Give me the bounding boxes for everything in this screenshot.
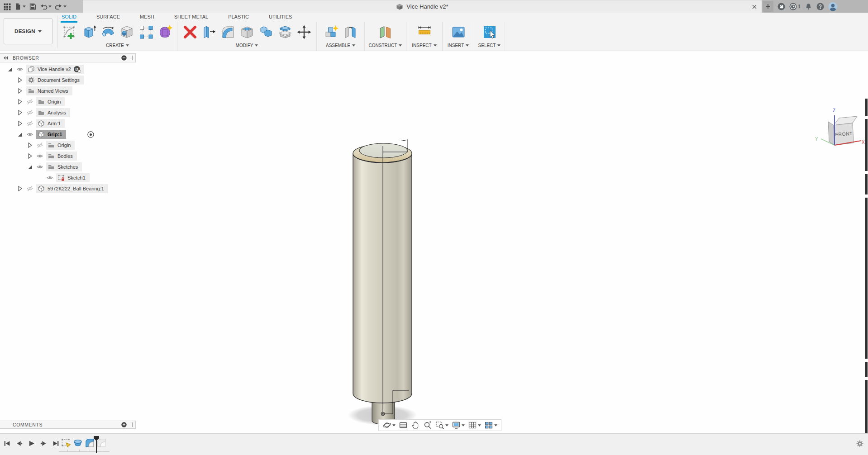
job-status-button[interactable]: 1 <box>789 3 801 10</box>
visibility-eye-icon[interactable] <box>26 131 33 138</box>
tab-utilities[interactable]: UTILITIES <box>268 13 293 23</box>
panel-grip-handle[interactable] <box>131 56 133 60</box>
measure-button[interactable] <box>415 22 434 42</box>
tree-item-sketches[interactable]: Sketches <box>46 162 82 171</box>
select-button[interactable] <box>480 22 499 42</box>
joint-button[interactable] <box>341 22 360 42</box>
modify-menu[interactable]: MODIFY <box>236 43 258 48</box>
new-component-button[interactable] <box>322 22 341 42</box>
orbit-button[interactable] <box>381 421 397 430</box>
new-tab-button[interactable] <box>763 1 773 12</box>
expand-node-icon[interactable] <box>16 76 24 84</box>
visibility-eye-icon[interactable] <box>36 163 43 171</box>
collapse-node-icon[interactable] <box>16 131 24 138</box>
display-settings-button[interactable] <box>450 421 466 430</box>
tree-item-arm-1[interactable]: Arm:1 <box>36 119 65 128</box>
assemble-menu[interactable]: ASSEMBLE <box>326 43 355 48</box>
model-body[interactable] <box>353 153 412 403</box>
tab-sheet-metal[interactable]: SHEET METAL <box>173 13 209 23</box>
construction-plane-button[interactable] <box>376 22 395 42</box>
skip-start-button[interactable] <box>3 439 11 447</box>
construct-menu[interactable]: CONSTRUCT <box>369 43 402 48</box>
data-panel-badge[interactable]: D <box>74 66 80 72</box>
workspace-switcher[interactable]: DESIGN <box>4 18 52 44</box>
look-at-button[interactable] <box>397 421 409 430</box>
create-sketch-button[interactable] <box>61 22 80 42</box>
collapse-node-icon[interactable] <box>6 66 14 73</box>
collapse-panel-icon[interactable] <box>3 55 9 61</box>
form-button[interactable] <box>156 22 175 42</box>
document-tab[interactable]: Vice Handle v2* <box>83 0 762 13</box>
preferences-gear-icon[interactable] <box>856 440 863 447</box>
tab-surface[interactable]: SURFACE <box>95 13 121 23</box>
skip-end-button[interactable] <box>52 439 60 447</box>
play-button[interactable] <box>27 439 35 447</box>
combine-button[interactable] <box>257 22 276 42</box>
tab-solid[interactable]: SOLID <box>61 13 77 23</box>
zoom-button[interactable] <box>422 421 434 430</box>
visibility-eye-off-icon[interactable] <box>26 98 33 105</box>
browser-panel-header[interactable]: BROWSER <box>0 53 136 62</box>
tree-item-grip-1[interactable]: Grip:1 <box>36 130 66 139</box>
insert-menu[interactable]: INSERT <box>448 43 469 48</box>
rectangular-pattern-button[interactable] <box>137 22 156 42</box>
expand-node-icon[interactable] <box>16 185 24 192</box>
tab-plastic[interactable]: PLASTIC <box>227 13 250 23</box>
expand-node-icon[interactable] <box>26 152 33 160</box>
tree-item-sketch1[interactable]: Sketch1 <box>56 173 90 182</box>
expand-node-icon[interactable] <box>16 98 24 105</box>
add-comment-icon[interactable] <box>121 422 127 428</box>
fillet-button[interactable] <box>219 22 238 42</box>
tree-item-document-settings[interactable]: Document Settings <box>26 76 84 85</box>
undo-button[interactable] <box>40 3 52 10</box>
redo-button[interactable] <box>55 3 67 10</box>
insert-image-button[interactable] <box>449 22 468 42</box>
model-top-face[interactable] <box>359 143 407 158</box>
minimize-panel-icon[interactable] <box>121 55 127 61</box>
tree-item-origin[interactable]: Origin <box>46 141 75 150</box>
timeline-revolve-feature[interactable] <box>72 437 83 448</box>
expand-node-icon[interactable] <box>16 120 24 127</box>
file-button[interactable] <box>14 3 26 10</box>
visibility-eye-icon[interactable] <box>36 152 43 160</box>
delete-button[interactable] <box>181 22 200 42</box>
pan-button[interactable] <box>410 421 421 430</box>
shell-button[interactable] <box>238 22 257 42</box>
view-cube[interactable]: FRONT Z X Y <box>810 104 867 156</box>
inspect-menu[interactable]: INSPECT <box>412 43 436 48</box>
help-icon[interactable] <box>816 3 824 10</box>
timeline-track[interactable] <box>59 451 110 452</box>
avatar[interactable] <box>828 2 838 11</box>
notifications-icon[interactable] <box>805 3 812 10</box>
tree-item-named-views[interactable]: Named Views <box>26 86 72 95</box>
save-button[interactable] <box>29 3 37 10</box>
timeline-sketch-feature[interactable] <box>61 437 72 448</box>
select-menu[interactable]: SELECT <box>478 43 501 48</box>
move-button[interactable] <box>295 22 314 42</box>
visibility-eye-icon[interactable] <box>16 66 24 73</box>
viewports-button[interactable] <box>483 421 499 430</box>
visibility-eye-off-icon[interactable] <box>26 120 33 127</box>
tab-mesh[interactable]: MESH <box>139 13 155 23</box>
timeline-playhead[interactable] <box>93 436 100 453</box>
tree-item-analysis[interactable]: Analysis <box>36 108 70 117</box>
activate-component-radio[interactable] <box>87 131 95 138</box>
tree-item-origin[interactable]: Origin <box>36 97 65 106</box>
expand-node-icon[interactable] <box>16 87 24 95</box>
visibility-eye-icon[interactable] <box>46 174 53 181</box>
tree-item-5972k222-ball-bearing-1[interactable]: 5972K222_Ball Bearing:1 <box>36 184 108 193</box>
expand-node-icon[interactable] <box>26 142 33 149</box>
extensions-icon[interactable] <box>777 3 785 10</box>
grid-settings-button[interactable] <box>467 421 482 430</box>
hole-button[interactable] <box>118 22 137 42</box>
fit-button[interactable] <box>434 421 450 430</box>
tree-item-vice-handle-v2[interactable]: Vice Handle v2D <box>26 65 84 74</box>
right-panel-strip[interactable] <box>865 99 868 455</box>
revolve-button[interactable] <box>99 22 118 42</box>
split-body-button[interactable] <box>276 22 295 42</box>
collapse-node-icon[interactable] <box>26 163 33 171</box>
press-pull-button[interactable] <box>200 22 219 42</box>
create-menu[interactable]: CREATE <box>106 43 129 48</box>
visibility-eye-off-icon[interactable] <box>26 185 33 192</box>
step-forward-button[interactable] <box>39 439 48 447</box>
